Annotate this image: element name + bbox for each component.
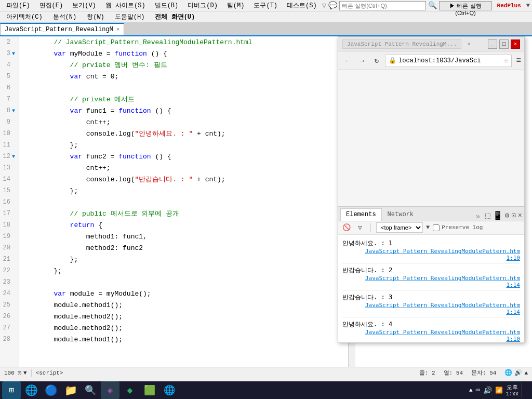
browser-page-tab[interactable]: JavaScript_Pattern_RevealingM...: [342, 39, 461, 49]
menu-build[interactable]: 빌드(B): [151, 0, 183, 11]
menu-website[interactable]: 웹 사이트(S): [101, 0, 150, 11]
menu-file[interactable]: 파일(F): [2, 0, 34, 11]
search-icon[interactable]: 🔍: [428, 1, 437, 10]
taskbar-excel[interactable]: 🟩: [140, 381, 159, 399]
taskbar: ⊞ 🌐 🔵 📁 🔍 ◈ ◆ 🟩 🌐 ▲ ⌨ 🔊 📶 오후 1:xx: [0, 381, 532, 399]
editor-tab-active[interactable]: JavaScript_Pattern_RevealingM ×: [0, 23, 124, 35]
devtools-filter-button[interactable]: ▽: [355, 222, 365, 233]
devtools-close-icon[interactable]: ×: [518, 211, 522, 220]
fold-marker-28: [10, 337, 17, 342]
back-button[interactable]: ←: [341, 55, 354, 67]
console-text-3: 반갑습니다. : 3: [342, 293, 520, 302]
devtools-settings-icon[interactable]: ⚙: [505, 211, 509, 220]
line-number-11: 11: [0, 141, 10, 149]
refresh-button[interactable]: ↻: [370, 55, 383, 67]
bookmark-star-icon[interactable]: ☆: [504, 56, 508, 65]
fold-marker-8[interactable]: ▼: [10, 108, 17, 114]
tab-close-button[interactable]: ×: [116, 26, 120, 33]
gutter-line-20: 20: [0, 242, 19, 254]
devtools-tab-more[interactable]: »: [473, 212, 483, 221]
gutter-line-16: 16: [0, 196, 19, 208]
quick-search-input[interactable]: [339, 1, 426, 10]
toolbar2-analyze[interactable]: 분석(N): [49, 11, 81, 22]
line-number-3: 3: [0, 50, 10, 57]
line-number-7: 7: [0, 96, 10, 103]
fold-marker-23: [10, 280, 17, 285]
browser-title-tab[interactable]: JavaScript_Pattern_RevealingM... ×: [342, 41, 471, 48]
tray-volume-icon[interactable]: 🔊: [483, 386, 492, 395]
taskbar-vs[interactable]: ◈: [101, 381, 119, 399]
toolbar2-help[interactable]: 도움말(H): [111, 11, 149, 22]
fold-marker-3[interactable]: ▼: [10, 51, 17, 57]
toolbar2-fullscreen[interactable]: 전체 화면(U): [151, 11, 199, 22]
gutter-line-23: 23: [0, 276, 19, 288]
line-number-20: 20: [0, 244, 10, 251]
menu-bar: 파일(F) 편집(E) 보기(V) 웹 사이트(S) 빌드(B) 디버그(D) …: [0, 0, 532, 11]
gutter-line-27: 27: [0, 322, 19, 334]
taskbar-network[interactable]: 🌐: [160, 381, 179, 399]
line-number-18: 18: [0, 221, 10, 229]
preserve-log-checkbox[interactable]: [433, 224, 440, 231]
fold-marker-22: [10, 268, 17, 274]
redplus-label[interactable]: RedPlus: [494, 2, 524, 9]
taskbar-explorer[interactable]: 📁: [61, 381, 80, 399]
gutter-line-14: 14: [0, 174, 19, 185]
line-number-12: 12: [0, 153, 10, 160]
volume-icon[interactable]: 🔊: [514, 369, 522, 377]
tray-keyboard-icon[interactable]: ⌨: [476, 386, 480, 395]
run-button[interactable]: ▶ 빠른 실행(Ctrl+Q): [439, 1, 491, 10]
gutter-line-2: 2: [0, 36, 19, 48]
devtools-clear-button[interactable]: 🚫: [341, 222, 352, 233]
notification-area[interactable]: ▲: [524, 370, 528, 376]
menu-edit[interactable]: 편집(E): [35, 0, 68, 11]
frame-dropdown-icon[interactable]: ▼: [426, 224, 430, 231]
taskbar-vs2[interactable]: ◆: [121, 381, 139, 399]
editor-wrapper: 2 3 ▼ 4 5 6 7: [0, 36, 532, 378]
toolbar2-window[interactable]: 창(W): [83, 11, 109, 22]
console-link-4[interactable]: JavaScript Pattern RevealingModulePatter…: [342, 329, 520, 342]
devtools-dock-icon[interactable]: ⊡: [511, 211, 515, 220]
browser-tab-close[interactable]: ×: [467, 41, 471, 47]
fold-marker-12[interactable]: ▼: [10, 154, 17, 159]
devtools-device-icon[interactable]: 📱: [493, 210, 503, 221]
network-icon[interactable]: 🌐: [504, 369, 512, 377]
gutter-line-6: 6: [0, 82, 19, 94]
start-button[interactable]: ⊞: [2, 381, 21, 399]
gutter-line-12: 12 ▼: [0, 151, 19, 162]
show-desktop[interactable]: [522, 382, 526, 398]
zoom-dropdown[interactable]: ▼: [23, 370, 27, 376]
minimize-button[interactable]: _: [488, 39, 497, 49]
console-link-1[interactable]: JavaScript Pattern RevealingModulePatter…: [342, 248, 520, 261]
menu-team[interactable]: 팀(M): [223, 0, 249, 11]
devtools-tab-elements[interactable]: Elements: [340, 208, 382, 221]
menu-view[interactable]: 보기(V): [68, 0, 100, 11]
console-link-2[interactable]: JavaScript Pattern RevealingModulePatter…: [342, 275, 520, 288]
toolbar2-arch[interactable]: 아키텍처(C): [2, 11, 47, 22]
line-number-19: 19: [0, 233, 10, 240]
fold-marker-25: [10, 302, 17, 308]
vs2-icon: ◆: [127, 384, 133, 396]
close-button[interactable]: ×: [511, 39, 520, 49]
forward-button[interactable]: →: [356, 55, 368, 67]
console-link-3[interactable]: JavaScript Pattern RevealingModulePatter…: [342, 302, 520, 315]
taskbar-ie[interactable]: 🌐: [22, 381, 41, 399]
menu-test[interactable]: 테스트(S): [283, 0, 321, 11]
line-number-14: 14: [0, 176, 10, 183]
line-number-22: 22: [0, 267, 10, 274]
devtools-inspect-icon[interactable]: ⬚: [485, 210, 490, 221]
taskbar-chrome[interactable]: 🔵: [42, 381, 60, 399]
frame-selector[interactable]: <top frame>: [376, 222, 423, 233]
url-bar[interactable]: 🔒 localhost:1033/JavaSci ☆: [385, 55, 512, 67]
line-number-5: 5: [0, 73, 10, 80]
devtools-tab-network[interactable]: Network: [382, 208, 419, 221]
tray-network-icon[interactable]: 📶: [495, 387, 503, 394]
redplus-dropdown[interactable]: ▼: [526, 2, 530, 9]
menu-tools[interactable]: 도구(T): [249, 0, 282, 11]
browser-content-area: [338, 70, 524, 206]
taskbar-search[interactable]: 🔍: [81, 381, 100, 399]
tray-up-icon[interactable]: ▲: [469, 387, 473, 393]
chrome-icon: 🔵: [45, 384, 58, 397]
maximize-button[interactable]: □: [499, 39, 509, 49]
menu-debug[interactable]: 디버그(D): [183, 0, 222, 11]
browser-menu-icon[interactable]: ≡: [516, 56, 521, 65]
